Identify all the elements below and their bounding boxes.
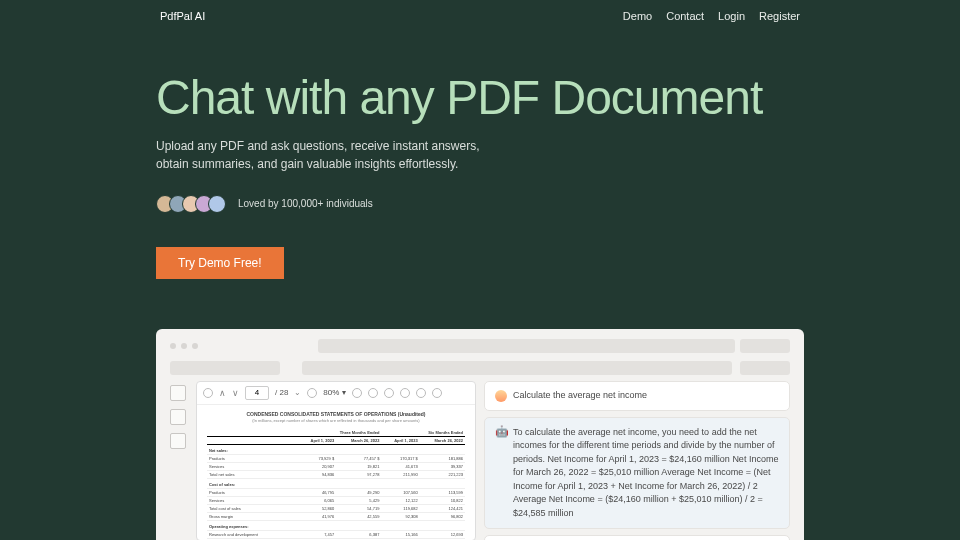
- window-dot: [192, 343, 198, 349]
- col-group: Six Months Ended: [381, 429, 465, 437]
- next-page-icon[interactable]: ∨: [232, 388, 239, 398]
- nav-links: Demo Contact Login Register: [623, 10, 800, 22]
- window-dot: [181, 343, 187, 349]
- print-icon[interactable]: [432, 388, 442, 398]
- msg-text: Calculate the average net income: [513, 390, 647, 400]
- page-total: / 28: [275, 388, 288, 397]
- attachment-icon[interactable]: [170, 433, 186, 449]
- col-head: April 1, 2023: [298, 436, 336, 444]
- search-icon[interactable]: [203, 388, 213, 398]
- nav-register[interactable]: Register: [759, 10, 800, 22]
- table-row: Total net sales94,83697,278211,990221,22…: [207, 470, 465, 478]
- folder-icon[interactable]: [416, 388, 426, 398]
- col-head: March 26, 2022: [420, 436, 465, 444]
- table-row: Cost of sales:: [207, 478, 465, 488]
- nav-login[interactable]: Login: [718, 10, 745, 22]
- bot-icon: 🤖: [495, 426, 507, 438]
- zoom-in-icon[interactable]: [352, 388, 362, 398]
- nav-demo[interactable]: Demo: [623, 10, 652, 22]
- chevron-down-icon[interactable]: ⌄: [294, 388, 301, 397]
- placeholder-bar: [318, 339, 735, 353]
- table-row: Operating expenses:: [207, 520, 465, 530]
- doc-subtitle: (In millions, except number of shares wh…: [207, 418, 465, 423]
- col-group: Three Months Ended: [298, 429, 382, 437]
- avatar: [208, 195, 226, 213]
- chat-panel: Calculate the average net income 🤖 To ca…: [484, 381, 790, 540]
- hero-sub-line1: Upload any PDF and ask questions, receiv…: [156, 137, 804, 155]
- avatar-stack: [156, 195, 226, 213]
- pdf-toolbar: ∧ ∨ / 28 ⌄ 80% ▾: [197, 382, 475, 405]
- social-proof-text: Loved by 100,000+ individuals: [238, 198, 373, 209]
- table-row: Services20,90719,82141,67339,337: [207, 462, 465, 470]
- placeholder-bar: [740, 339, 790, 353]
- nav-contact[interactable]: Contact: [666, 10, 704, 22]
- demo-window: ∧ ∨ / 28 ⌄ 80% ▾ CONDENSED CONSOLIDATED …: [156, 329, 804, 540]
- window-dot: [170, 343, 176, 349]
- page-input[interactable]: [245, 386, 269, 400]
- table-row: Research and development7,4576,38715,166…: [207, 530, 465, 538]
- table-row: Products73,929 $77,457 $170,317 $181,886: [207, 454, 465, 462]
- msg-text: To calculate the average net income, you…: [513, 426, 779, 521]
- hero-sub-line2: obtain summaries, and gain valuable insi…: [156, 155, 804, 173]
- chat-user-msg: What did Apple spend the most money on?: [484, 535, 790, 540]
- placeholder-bar: [170, 361, 280, 375]
- hero-subtitle: Upload any PDF and ask questions, receiv…: [156, 137, 804, 173]
- pdf-viewer: ∧ ∨ / 28 ⌄ 80% ▾ CONDENSED CONSOLIDATED …: [196, 381, 476, 540]
- col-head: April 1, 2023: [381, 436, 419, 444]
- pdf-page: CONDENSED CONSOLIDATED STATEMENTS OF OPE…: [197, 405, 475, 540]
- try-demo-button[interactable]: Try Demo Free!: [156, 247, 284, 279]
- table-row: Total cost of sales52,86054,719119,68212…: [207, 504, 465, 512]
- zoom-level[interactable]: 80% ▾: [323, 388, 345, 397]
- grid-icon[interactable]: [170, 385, 186, 401]
- chat-user-msg: Calculate the average net income: [484, 381, 790, 411]
- table-row: Products46,79549,290107,560113,599: [207, 488, 465, 496]
- user-avatar-icon: [495, 390, 507, 402]
- window-dots: [170, 339, 790, 353]
- table-row: Services6,0655,42912,12210,822: [207, 496, 465, 504]
- download-icon[interactable]: [400, 388, 410, 398]
- table-row: Net sales:: [207, 444, 465, 454]
- placeholder-bar: [740, 361, 790, 375]
- chat-bot-msg: 🤖 To calculate the average net income, y…: [484, 417, 790, 530]
- doc-title: CONDENSED CONSOLIDATED STATEMENTS OF OPE…: [207, 411, 465, 417]
- fit-icon[interactable]: [368, 388, 378, 398]
- zoom-out-icon[interactable]: [307, 388, 317, 398]
- prev-page-icon[interactable]: ∧: [219, 388, 226, 398]
- logo[interactable]: PdfPal AI: [160, 10, 205, 22]
- layers-icon[interactable]: [170, 409, 186, 425]
- table-row: Gross margin41,97642,55992,30896,802: [207, 512, 465, 520]
- financial-table: Three Months EndedSix Months Ended April…: [207, 429, 465, 540]
- hero-title: Chat with any PDF Document: [156, 72, 804, 125]
- placeholder-bar: [302, 361, 732, 375]
- col-head: March 26, 2022: [336, 436, 381, 444]
- pdf-tool-sidebar: [170, 381, 190, 540]
- hand-icon[interactable]: [384, 388, 394, 398]
